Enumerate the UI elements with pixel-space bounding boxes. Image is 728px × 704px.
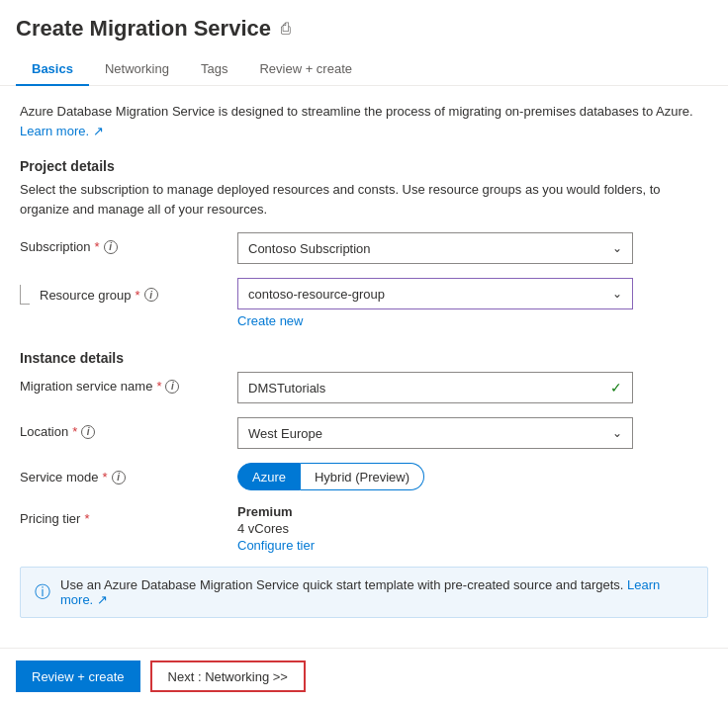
service-mode-control: Azure Hybrid (Preview) <box>237 463 708 490</box>
subscription-control: Contoso Subscription ⌄ <box>237 232 708 264</box>
location-chevron-icon: ⌄ <box>612 426 622 440</box>
external-link-icon-desc: ↗ <box>93 124 104 138</box>
review-create-button[interactable]: Review + create <box>16 660 140 692</box>
service-mode-info-icon[interactable]: i <box>112 471 126 484</box>
subscription-row: Subscription * i Contoso Subscription ⌄ <box>20 232 708 264</box>
service-mode-required: * <box>102 470 107 484</box>
msn-info-icon[interactable]: i <box>165 380 179 394</box>
subscription-label: Subscription * i <box>20 232 237 254</box>
service-mode-row: Service mode * i Azure Hybrid (Preview) <box>20 463 708 490</box>
resource-group-control: contoso-resource-group ⌄ Create new <box>237 278 708 328</box>
subscription-info-icon[interactable]: i <box>104 240 118 254</box>
project-details-desc: Select the subscription to manage deploy… <box>20 180 708 219</box>
pricing-vcores: 4 vCores <box>237 521 708 536</box>
info-banner-icon: ⓘ <box>35 582 50 603</box>
pricing-tier-row: Pricing tier * Premium 4 vCores Configur… <box>20 504 708 553</box>
page-container: Create Migration Service ⎙ Basics Networ… <box>0 0 728 704</box>
create-new-link[interactable]: Create new <box>237 313 303 328</box>
pricing-tier-name: Premium <box>237 504 708 519</box>
next-networking-button[interactable]: Next : Networking >> <box>150 660 306 692</box>
tab-basics[interactable]: Basics <box>16 53 89 86</box>
migration-service-name-label: Migration service name * i <box>20 372 237 394</box>
msn-required: * <box>156 379 161 394</box>
resource-group-dropdown[interactable]: contoso-resource-group ⌄ <box>237 278 633 309</box>
tab-review-create[interactable]: Review + create <box>243 53 368 86</box>
info-banner-text: Use an Azure Database Migration Service … <box>60 577 693 607</box>
location-required: * <box>72 424 77 439</box>
footer: Review + create Next : Networking >> <box>0 648 728 704</box>
migration-service-name-control: DMSTutorials ✓ <box>237 372 708 403</box>
info-banner: ⓘ Use an Azure Database Migration Servic… <box>20 567 708 618</box>
pricing-tier-label: Pricing tier * <box>20 504 237 526</box>
resource-group-label: Resource group * i <box>20 278 237 305</box>
tabs-container: Basics Networking Tags Review + create <box>0 42 728 86</box>
resource-group-required: * <box>136 288 140 303</box>
print-icon[interactable]: ⎙ <box>281 20 291 38</box>
page-title: Create Migration Service <box>16 16 271 42</box>
learn-more-link-desc[interactable]: Learn more. ↗ <box>20 124 104 138</box>
location-dropdown[interactable]: West Europe ⌄ <box>237 417 633 449</box>
location-info-icon[interactable]: i <box>81 425 95 439</box>
resource-group-chevron-icon: ⌄ <box>612 287 622 301</box>
description-text: Azure Database Migration Service is desi… <box>20 102 708 140</box>
instance-details-heading: Instance details <box>20 350 708 366</box>
main-content: Azure Database Migration Service is desi… <box>0 86 728 648</box>
service-mode-azure-button[interactable]: Azure <box>237 463 301 490</box>
external-link-icon-banner: ↗ <box>97 592 108 607</box>
service-mode-hybrid-button[interactable]: Hybrid (Preview) <box>301 463 424 490</box>
pricing-tier-required: * <box>84 511 89 526</box>
subscription-chevron-icon: ⌄ <box>612 241 622 255</box>
resource-group-row: Resource group * i contoso-resource-grou… <box>20 278 708 328</box>
location-control: West Europe ⌄ <box>237 417 708 449</box>
location-row: Location * i West Europe ⌄ <box>20 417 708 449</box>
migration-service-name-checkmark-icon: ✓ <box>610 380 622 396</box>
configure-tier-link[interactable]: Configure tier <box>237 538 708 553</box>
header: Create Migration Service ⎙ <box>0 0 728 42</box>
service-mode-toggle: Azure Hybrid (Preview) <box>237 463 708 490</box>
pricing-tier-control: Premium 4 vCores Configure tier <box>237 504 708 553</box>
resource-group-info-icon[interactable]: i <box>144 288 158 302</box>
migration-service-name-input[interactable]: DMSTutorials ✓ <box>237 372 633 403</box>
project-details-heading: Project details <box>20 158 708 174</box>
location-label: Location * i <box>20 417 237 439</box>
tab-tags[interactable]: Tags <box>185 53 243 86</box>
subscription-required: * <box>95 239 100 254</box>
service-mode-label: Service mode * i <box>20 463 237 484</box>
subscription-dropdown[interactable]: Contoso Subscription ⌄ <box>237 232 633 264</box>
tab-networking[interactable]: Networking <box>89 53 185 86</box>
migration-service-name-row: Migration service name * i DMSTutorials … <box>20 372 708 403</box>
